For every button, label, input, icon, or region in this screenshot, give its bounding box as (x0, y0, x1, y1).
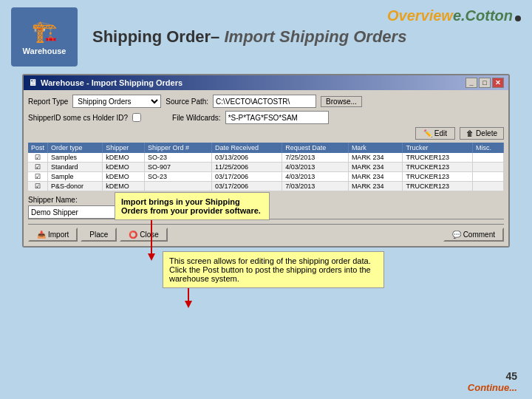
table-row[interactable]: ☑ Standard kDEMO SO-907 11/25/2006 4/03/… (28, 163, 504, 172)
edit-icon: ✏️ (423, 129, 432, 137)
cell-ord (144, 182, 211, 191)
import-button[interactable]: 📥 Import (28, 228, 78, 242)
window-body: Report Type Shipping Orders Source Path:… (24, 90, 508, 246)
cell-mark: MARK 234 (348, 163, 403, 172)
header-title: Shipping Order– Import Shipping Orders (92, 27, 521, 47)
svg-marker-1 (148, 253, 155, 261)
delete-label: Delete (476, 129, 497, 137)
cell-shipper: kDEMO (103, 163, 145, 172)
import-window: 🖥 Warehouse - Import Shipping Orders _ □… (22, 74, 510, 248)
cell-mark: MARK 234 (348, 182, 403, 191)
continue-text: Continue... (468, 382, 517, 393)
cell-post: ☑ (28, 172, 48, 182)
cell-misc (472, 172, 503, 182)
cell-misc (472, 163, 503, 172)
cell-ord: SO-23 (144, 153, 211, 163)
page-title: Shipping Order– (92, 27, 219, 46)
file-wildcards-input[interactable] (225, 111, 329, 124)
window-controls[interactable]: _ □ ✕ (466, 78, 504, 88)
cell-type: Standard (48, 163, 103, 172)
cell-request: 4/03/2013 (282, 172, 349, 182)
shipper-id-checkbox[interactable] (132, 113, 141, 122)
cell-misc (472, 182, 503, 191)
cell-received: 03/17/2006 (211, 172, 282, 182)
warehouse-label: Warehouse (23, 47, 66, 55)
close-window-icon: ⭕ (129, 231, 137, 239)
edit-button[interactable]: ✏️ Edit (415, 127, 455, 140)
shipper-name-input[interactable] (28, 205, 117, 219)
table-row[interactable]: ☑ P&S-donor kDEMO 03/17/2006 7/03/2013 M… (28, 182, 504, 191)
maximize-button[interactable]: □ (479, 78, 491, 88)
report-type-select[interactable]: Shipping Orders (72, 95, 161, 108)
shipper-name-field: Shipper Name: (28, 196, 117, 219)
warehouse-icon: 🏗️ (32, 19, 58, 44)
main-content: 🖥 Warehouse - Import Shipping Orders _ □… (0, 74, 532, 248)
warehouse-logo: 🏗️ Warehouse (11, 7, 78, 66)
cell-request: 7/03/2013 (282, 182, 349, 191)
col-shipper: Shipper (103, 143, 145, 153)
button-bar: 📥 Import Place ⭕ Close 💬 Comment (28, 224, 504, 242)
col-misc: Misc. (472, 143, 503, 153)
close-button[interactable]: ✕ (492, 78, 504, 88)
comment-button[interactable]: 💬 Comment (443, 228, 504, 242)
cell-mark: MARK 234 (348, 153, 403, 163)
svg-marker-3 (185, 301, 192, 308)
cell-shipper: kDEMO (103, 182, 145, 191)
delete-icon: 🗑 (466, 129, 474, 137)
callout-1: Import brings in your Shipping Orders fr… (115, 192, 270, 220)
cell-trucker: TRUCKER123 (403, 163, 473, 172)
report-type-label: Report Type (28, 98, 68, 106)
overview-text: Overview (387, 7, 453, 24)
minimize-button[interactable]: _ (466, 78, 477, 88)
col-post: Post (28, 143, 48, 153)
col-date-received: Date Received (211, 143, 282, 153)
callout-2-text: This screen allows for editing of the sh… (169, 256, 371, 283)
browse-button[interactable]: Browse... (321, 96, 362, 107)
footer: 45 Continue... (468, 370, 517, 393)
import-label: Import (48, 231, 69, 239)
logo-dot (515, 16, 521, 21)
cell-mark: MARK 234 (348, 172, 403, 182)
cell-trucker: TRUCKER123 (403, 182, 473, 191)
form-row-1: Report Type Shipping Orders Source Path:… (28, 95, 504, 108)
cell-trucker: TRUCKER123 (403, 153, 473, 163)
table-row[interactable]: ☑ Sample kDEMO SO-23 03/17/2006 4/03/201… (28, 172, 504, 182)
file-wildcards-label: File Wildcards: (172, 114, 221, 122)
delete-button[interactable]: 🗑 Delete (460, 127, 504, 140)
cell-type: Sample (48, 172, 103, 182)
window-titlebar: 🖥 Warehouse - Import Shipping Orders _ □… (24, 75, 508, 90)
cell-type: P&S-donor (48, 182, 103, 191)
cell-trucker: TRUCKER123 (403, 172, 473, 182)
cell-received: 03/13/2006 (211, 153, 282, 163)
page-number: 45 (468, 370, 517, 382)
form-row-2: ShipperID some cs Holder ID? File Wildca… (28, 111, 504, 124)
titlebar-left: 🖥 Warehouse - Import Shipping Orders (28, 78, 183, 88)
place-button[interactable]: Place (81, 228, 117, 242)
table-header-row: Post Order type Shipper Shipper Ord # Da… (28, 143, 504, 153)
cell-type: Samples (48, 153, 103, 163)
cell-post: ☑ (28, 153, 48, 163)
window-title: Warehouse - Import Shipping Orders (41, 78, 183, 87)
col-order-type: Order type (48, 143, 103, 153)
shipper-name-label: Shipper Name: (28, 196, 117, 204)
cell-received: 03/17/2006 (211, 182, 282, 191)
place-label: Place (89, 231, 108, 239)
table-row[interactable]: ☑ Samples kDEMO SO-23 03/13/2006 7/25/20… (28, 153, 504, 163)
source-path-label: Source Path: (166, 98, 208, 106)
titlebar-icon: 🖥 (28, 78, 37, 88)
header: 🏗️ Warehouse Shipping Order– Import Ship… (0, 0, 532, 74)
source-path-input[interactable] (213, 95, 316, 108)
col-trucker: Trucker (403, 143, 473, 153)
col-mark: Mark (348, 143, 403, 153)
cell-ord: SO-907 (144, 163, 211, 172)
col-ord-num: Shipper Ord # (144, 143, 211, 153)
shipper-id-label: ShipperID some cs Holder ID? (28, 114, 128, 122)
callout-2: This screen allows for editing of the sh… (163, 251, 384, 288)
edit-label: Edit (434, 129, 447, 137)
comment-label: Comment (463, 231, 495, 239)
comment-icon: 💬 (452, 231, 461, 239)
cell-post: ☑ (28, 163, 48, 172)
cell-shipper: kDEMO (103, 153, 145, 163)
page-subtitle: Import Shipping Orders (224, 27, 406, 46)
overview-logo: Overview e.Cotton (387, 7, 521, 24)
